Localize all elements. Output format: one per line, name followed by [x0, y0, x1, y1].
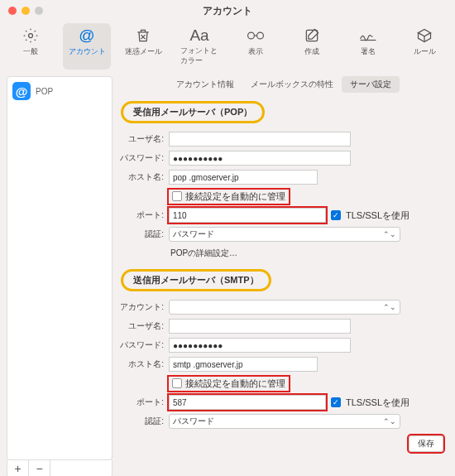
sidebar: @ POP + − [7, 76, 113, 476]
toolbar-junk[interactable]: 迷惑メール [119, 23, 167, 70]
outgoing-auto-checkbox[interactable] [172, 378, 182, 388]
gear-icon [22, 26, 39, 45]
toolbar: 一般 @ アカウント 迷惑メール Aa フォントとカラー 表示 作成 署名 [0, 22, 455, 76]
outgoing-section: 送信用メールサーバ（SMTP） アカウント: ⌃⌄ ユーザ名: パスワード: ●… [119, 266, 448, 434]
chevron-updown-icon: ⌃⌄ [383, 417, 396, 426]
outgoing-host-input[interactable]: smtp .gmoserver.jp [169, 357, 318, 372]
account-list[interactable]: @ POP [7, 76, 113, 460]
incoming-heading: 受信用メールサーバ（POP） [121, 101, 265, 123]
outgoing-port-label: ポート: [119, 397, 169, 408]
incoming-tls-label: TLS/SSLを使用 [346, 209, 410, 222]
incoming-tls-checkbox[interactable]: ✓ [331, 210, 341, 220]
tab-mailbox-behaviors[interactable]: メールボックスの特性 [242, 76, 342, 93]
svg-point-0 [29, 34, 33, 38]
signature-icon [359, 26, 377, 45]
outgoing-host-label: ホスト名: [119, 358, 169, 370]
tab-server-settings[interactable]: サーバ設定 [342, 76, 400, 93]
incoming-host-label: ホスト名: [119, 171, 169, 183]
outgoing-heading: 送信用メールサーバ（SMTP） [121, 269, 271, 291]
outgoing-auto-label: 接続設定を自動的に管理 [185, 377, 285, 390]
svg-point-1 [248, 32, 255, 39]
outgoing-user-input[interactable] [169, 319, 351, 334]
chevron-updown-icon: ⌃⌄ [383, 303, 396, 311]
titlebar: アカウント [0, 0, 455, 22]
font-icon: Aa [189, 26, 208, 45]
outgoing-pass-label: パスワード: [119, 339, 169, 351]
toolbar-composing[interactable]: 作成 [288, 23, 336, 70]
at-icon: @ [12, 82, 31, 100]
tabs: アカウント情報 メールボックスの特性 サーバ設定 [119, 76, 448, 93]
incoming-section: 受信用メールサーバ（POP） ユーザ名: パスワード: ●●●●●●●●●● ホ… [119, 98, 448, 266]
incoming-auto-label: 接続設定を自動的に管理 [185, 190, 285, 203]
outgoing-tls-checkbox[interactable]: ✓ [331, 397, 341, 407]
outgoing-auth-label: 認証: [119, 416, 169, 427]
incoming-user-label: ユーザ名: [119, 133, 169, 145]
save-button[interactable]: 保存 [409, 435, 443, 452]
tab-account-info[interactable]: アカウント情報 [168, 76, 242, 93]
incoming-auth-label: 認証: [119, 228, 169, 240]
toolbar-fonts[interactable]: Aa フォントとカラー [175, 23, 223, 70]
chevron-updown-icon: ⌃⌄ [383, 230, 396, 238]
rules-icon [416, 26, 433, 45]
incoming-port-label: ポート: [119, 209, 169, 221]
outgoing-user-label: ユーザ名: [119, 320, 169, 332]
remove-account-button[interactable]: − [29, 460, 50, 476]
glasses-icon [247, 26, 265, 45]
incoming-port-input[interactable]: 110 [169, 208, 326, 223]
outgoing-account-label: アカウント: [119, 301, 169, 313]
account-type-label: POP [36, 87, 53, 96]
trash-icon [135, 26, 151, 45]
outgoing-pass-input[interactable]: ●●●●●●●●●● [169, 338, 351, 353]
main-panel: アカウント情報 メールボックスの特性 サーバ設定 受信用メールサーバ（POP） … [119, 76, 448, 476]
pop-advanced-button[interactable]: POPの詳細設定… [169, 248, 237, 259]
svg-point-2 [257, 32, 264, 39]
outgoing-tls-label: TLS/SSLを使用 [346, 397, 410, 409]
toolbar-accounts[interactable]: @ アカウント [63, 23, 111, 70]
toolbar-rules[interactable]: ルール [400, 23, 448, 70]
toolbar-signatures[interactable]: 署名 [344, 23, 392, 70]
window-title: アカウント [0, 4, 455, 18]
toolbar-general[interactable]: 一般 [7, 23, 55, 70]
incoming-auto-checkbox[interactable] [172, 191, 182, 201]
outgoing-port-input[interactable]: 587 [169, 395, 326, 410]
incoming-auth-select[interactable]: パスワード ⌃⌄ [169, 227, 400, 242]
compose-icon [304, 26, 320, 45]
incoming-host-input[interactable]: pop .gmoserver.jp [169, 170, 318, 185]
outgoing-auth-select[interactable]: パスワード ⌃⌄ [169, 414, 400, 429]
toolbar-viewing[interactable]: 表示 [232, 23, 280, 70]
incoming-pass-label: パスワード: [119, 152, 169, 164]
at-icon: @ [79, 26, 94, 45]
incoming-pass-input[interactable]: ●●●●●●●●●● [169, 151, 351, 166]
account-list-item[interactable]: @ POP [7, 77, 112, 105]
add-account-button[interactable]: + [7, 460, 29, 476]
incoming-user-input[interactable] [169, 132, 351, 147]
outgoing-account-select[interactable]: ⌃⌄ [169, 300, 400, 315]
